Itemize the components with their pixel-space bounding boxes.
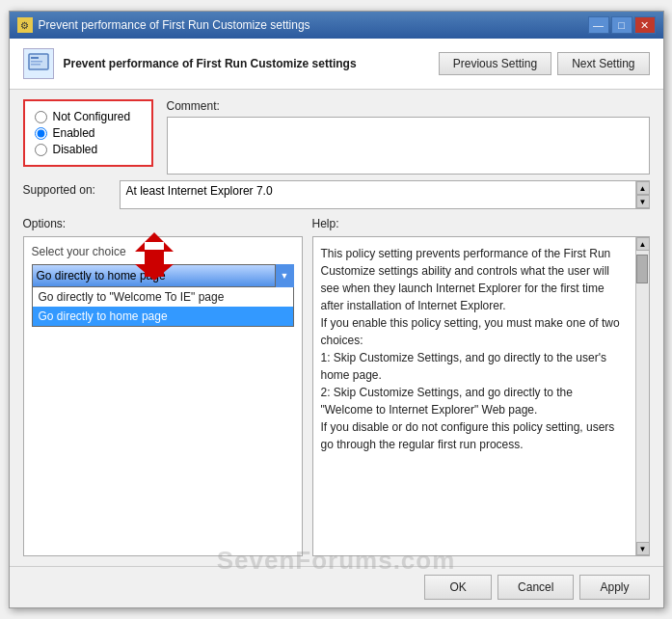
minimize-button[interactable]: — — [588, 16, 609, 34]
two-panel: Options: Select your choice Go directl — [23, 217, 650, 556]
maximize-button[interactable]: □ — [611, 16, 632, 34]
apply-button[interactable]: Apply — [579, 575, 649, 600]
supported-row: Supported on: At least Internet Explorer… — [23, 180, 650, 209]
options-panel: Options: Select your choice Go directl — [23, 217, 303, 556]
supported-value: At least Internet Explorer 7.0 — [121, 181, 635, 208]
title-bar-left: ⚙ Prevent performance of First Run Custo… — [17, 17, 310, 33]
previous-setting-button[interactable]: Previous Setting — [439, 52, 551, 75]
top-row: Not Configured Enabled Disabled Comment: — [23, 99, 650, 175]
options-label: Options: — [23, 217, 303, 230]
dropdown-options-list: Go directly to "Welcome To IE" page Go d… — [32, 287, 294, 327]
comment-label: Comment: — [167, 99, 650, 113]
supported-scrollbar: ▲ ▼ — [635, 181, 649, 208]
help-label: Help: — [312, 217, 650, 230]
svg-rect-3 — [31, 64, 40, 66]
scroll-up-arrow[interactable]: ▲ — [636, 181, 650, 195]
window-title: Prevent performance of First Run Customi… — [39, 18, 310, 32]
supported-value-container: At least Internet Explorer 7.0 ▲ ▼ — [120, 180, 650, 209]
disabled-radio[interactable] — [35, 144, 47, 156]
help-scroll-down[interactable]: ▼ — [636, 542, 650, 555]
options-content: Select your choice Go directly to "Welco… — [23, 236, 303, 556]
help-scroll-track — [636, 251, 649, 542]
content-area: Not Configured Enabled Disabled Comment:… — [10, 90, 663, 566]
supported-label: Supported on: — [23, 180, 120, 209]
title-bar-controls: — □ ✕ — [588, 16, 656, 34]
svg-rect-2 — [31, 61, 42, 63]
help-content-container: This policy setting prevents performance… — [312, 236, 650, 556]
radio-disabled: Disabled — [35, 143, 142, 156]
help-text: This policy setting prevents performance… — [313, 237, 635, 555]
not-configured-radio[interactable] — [35, 111, 47, 123]
radio-section: Not Configured Enabled Disabled — [23, 99, 153, 167]
enabled-label[interactable]: Enabled — [53, 126, 95, 140]
dropdown-option-homepage[interactable]: Go directly to home page — [33, 307, 293, 326]
help-panel: Help: This policy setting prevents perfo… — [312, 217, 650, 556]
radio-enabled: Enabled — [35, 126, 142, 140]
footer: OK Cancel Apply — [10, 566, 663, 607]
header-buttons: Previous Setting Next Setting — [439, 52, 650, 75]
enabled-radio[interactable] — [35, 127, 47, 140]
help-scroll-up[interactable]: ▲ — [636, 237, 650, 251]
header-icon — [23, 48, 54, 79]
disabled-label[interactable]: Disabled — [53, 143, 98, 156]
radio-not-configured: Not Configured — [35, 110, 142, 123]
close-button[interactable]: ✕ — [634, 16, 656, 34]
window-icon: ⚙ — [17, 17, 33, 33]
comment-textarea[interactable] — [167, 117, 650, 175]
dialog-window: ⚙ Prevent performance of First Run Custo… — [9, 11, 664, 608]
help-para1: This policy setting prevents performance… — [321, 245, 628, 314]
help-para2: If you enable this policy setting, you m… — [321, 314, 628, 418]
ok-button[interactable]: OK — [424, 575, 492, 600]
cancel-button[interactable]: Cancel — [497, 575, 574, 600]
help-scroll-thumb — [636, 255, 648, 283]
select-label: Select your choice — [32, 245, 294, 258]
comment-section: Comment: — [167, 99, 650, 175]
help-scrollbar: ▲ ▼ — [635, 237, 649, 555]
scroll-down-arrow[interactable]: ▼ — [636, 195, 650, 208]
next-setting-button[interactable]: Next Setting — [557, 52, 649, 75]
choice-dropdown[interactable]: Go directly to "Welcome To IE" page Go d… — [32, 264, 294, 287]
title-bar: ⚙ Prevent performance of First Run Custo… — [10, 12, 663, 39]
dialog-header: Prevent performance of First Run Customi… — [10, 39, 663, 90]
dialog-header-title: Prevent performance of First Run Customi… — [64, 57, 357, 70]
dropdown-option-welcome[interactable]: Go directly to "Welcome To IE" page — [33, 287, 293, 307]
not-configured-label[interactable]: Not Configured — [53, 110, 131, 123]
dropdown-wrapper: Go directly to "Welcome To IE" page Go d… — [32, 264, 294, 287]
svg-rect-1 — [31, 57, 39, 59]
help-para3: If you disable or do not configure this … — [321, 418, 628, 453]
